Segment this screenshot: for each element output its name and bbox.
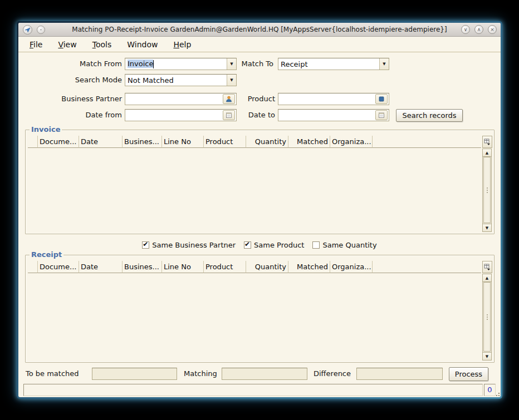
match-to-value: Receipt [278, 60, 308, 68]
column-customize-button[interactable] [482, 136, 492, 148]
column-header-business-partner[interactable]: Busines... [123, 136, 162, 148]
scrollbar-thumb[interactable] [483, 157, 491, 223]
match-to-combo[interactable]: Receipt ▼ [278, 58, 389, 70]
invoice-panel-title: Invoice [30, 125, 62, 134]
same-business-partner-check: Same Business Partner [142, 241, 236, 249]
column-header-document[interactable]: Docume... [38, 136, 79, 148]
minimize-button[interactable]: ∨ [461, 25, 470, 34]
column-header[interactable] [28, 261, 38, 273]
column-header[interactable] [28, 136, 38, 148]
dot-icon [40, 28, 42, 31]
invoice-vertical-scrollbar[interactable]: ▲ ▼ [482, 149, 492, 232]
scroll-up-icon[interactable]: ▲ [482, 274, 492, 282]
calendar-button[interactable] [375, 110, 388, 120]
menu-window[interactable]: Window [127, 40, 158, 49]
column-header-line-no[interactable]: Line No [162, 136, 204, 148]
same-product-checkbox[interactable] [244, 241, 251, 249]
calendar-button[interactable] [223, 110, 235, 120]
search-mode-value: Not Matched [125, 76, 174, 85]
person-icon [226, 96, 232, 102]
invoice-table-header: Docume... Date Busines... Line No Produc… [28, 136, 481, 148]
scroll-down-icon[interactable]: ▼ [482, 352, 492, 360]
column-header-organization[interactable]: Organiza... [330, 136, 373, 148]
receipt-table-header: Docume... Date Busines... Line No Produc… [28, 261, 481, 273]
column-header-filler [373, 261, 481, 273]
scroll-up-icon[interactable]: ▲ [482, 149, 492, 157]
difference-label: Difference [314, 368, 355, 380]
same-business-partner-checkbox[interactable] [142, 241, 149, 249]
maximize-button[interactable]: ∧ [474, 25, 483, 34]
process-button[interactable]: Process [449, 367, 488, 381]
match-to-label: Match To [239, 58, 273, 70]
column-header-quantity[interactable]: Quantity [246, 136, 288, 148]
product-lookup-button[interactable] [375, 94, 388, 104]
menu-view[interactable]: View [58, 40, 76, 49]
date-to-field[interactable] [278, 109, 389, 121]
table-settings-icon [484, 264, 491, 270]
receipt-vertical-scrollbar[interactable]: ▲ ▼ [482, 274, 492, 360]
column-header-matched[interactable]: Matched [288, 261, 330, 273]
menu-help[interactable]: Help [173, 40, 191, 49]
calendar-icon [226, 112, 232, 118]
matching-label: Matching [184, 368, 219, 380]
invoice-panel: Invoice Docume... Date Busines... Line N… [25, 130, 494, 234]
column-header-matched[interactable]: Matched [288, 136, 330, 148]
column-header-line-no[interactable]: Line No [162, 261, 204, 273]
column-customize-button[interactable] [482, 261, 492, 273]
column-header-business-partner[interactable]: Busines... [123, 261, 162, 273]
same-product-label: Same Product [254, 241, 304, 249]
column-header-filler [373, 136, 481, 148]
invoice-table-body[interactable] [28, 148, 481, 233]
app-window: Matching PO-Receipt-Invoice GardenAdmin@… [17, 21, 502, 399]
chevron-down-icon[interactable]: ▼ [227, 58, 236, 70]
same-quantity-checkbox[interactable] [312, 241, 320, 249]
text-caret [153, 60, 154, 68]
search-mode-combo[interactable]: Not Matched ▼ [125, 74, 237, 86]
window-inner: Matching PO-Receipt-Invoice GardenAdmin@… [18, 23, 501, 397]
receipt-table-body[interactable] [28, 273, 481, 361]
package-icon [378, 96, 385, 102]
search-mode-label: Search Mode [52, 74, 122, 86]
chevron-down-icon[interactable]: ▼ [227, 75, 236, 86]
receipt-panel-title: Receipt [30, 250, 63, 259]
search-records-button[interactable]: Search records [396, 109, 463, 122]
menubar: File View Tools Window Help [18, 37, 501, 52]
menu-file[interactable]: File [30, 40, 42, 49]
match-from-combo[interactable]: Invoice ▼ [125, 58, 237, 70]
app-icon[interactable] [23, 25, 32, 34]
scrollbar-thumb[interactable] [483, 282, 491, 352]
date-from-label: Date from [52, 109, 122, 121]
resize-grip[interactable] [495, 392, 500, 396]
product-label: Product [239, 93, 275, 105]
window-title: Matching PO-Receipt-Invoice GardenAdmin@… [18, 26, 501, 33]
table-settings-icon [484, 139, 491, 145]
product-field[interactable] [278, 93, 389, 105]
chevron-down-icon[interactable]: ▼ [379, 58, 389, 70]
status-message [23, 384, 483, 396]
business-partner-field[interactable] [125, 93, 237, 105]
menu-tools[interactable]: Tools [92, 40, 112, 49]
same-quantity-label: Same Quantity [322, 241, 376, 249]
column-header-product[interactable]: Product [204, 136, 246, 148]
same-quantity-check: Same Quantity [312, 241, 376, 249]
date-to-label: Date to [239, 109, 275, 121]
scroll-down-icon[interactable]: ▼ [482, 224, 492, 232]
same-product-check: Same Product [244, 241, 304, 249]
date-from-field[interactable] [125, 109, 237, 121]
difference-field [356, 368, 443, 380]
same-business-partner-label: Same Business Partner [152, 241, 236, 249]
match-from-value: Invoice [128, 60, 153, 68]
status-count: 0 [484, 384, 496, 396]
close-button[interactable]: × [488, 25, 497, 34]
matching-field [222, 368, 307, 380]
column-header-organization[interactable]: Organiza... [330, 261, 373, 273]
plane-icon [25, 27, 31, 33]
column-header-quantity[interactable]: Quantity [246, 261, 288, 273]
window-menu-icon[interactable] [37, 26, 45, 34]
column-header-date[interactable]: Date [79, 261, 123, 273]
match-options-row: Same Business Partner Same Product Same … [18, 239, 501, 250]
column-header-date[interactable]: Date [79, 136, 123, 148]
column-header-document[interactable]: Docume... [38, 261, 79, 273]
column-header-product[interactable]: Product [204, 261, 246, 273]
business-partner-lookup-button[interactable] [223, 94, 235, 104]
